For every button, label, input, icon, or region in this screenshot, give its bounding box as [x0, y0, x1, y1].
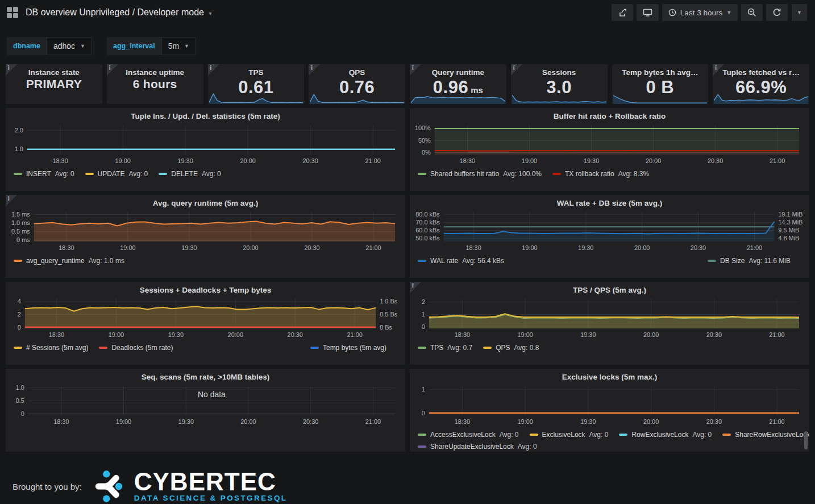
legend-item[interactable]: Temp bytes (5m avg): [310, 344, 386, 352]
zoom-out-button[interactable]: [741, 4, 763, 21]
share-button[interactable]: [612, 4, 633, 21]
grafana-logo-button[interactable]: [7, 7, 18, 18]
svg-text:0 ms: 0 ms: [16, 236, 30, 243]
info-icon[interactable]: i: [6, 64, 17, 76]
info-icon[interactable]: i: [410, 282, 421, 293]
svg-text:0: 0: [18, 324, 21, 331]
legend: avg_query_runtimeAvg: 1.0 ms: [9, 254, 402, 265]
panel-title[interactable]: WAL rate + DB size (5m avg.): [413, 197, 806, 210]
legend-item[interactable]: QPSAvg: 0.8: [483, 344, 539, 352]
svg-text:21:00: 21:00: [365, 418, 381, 425]
cybertec-logo: CYBERTEC DATA SCIENCE & POSTGRESQL: [93, 469, 288, 504]
svg-text:20:30: 20:30: [288, 331, 303, 338]
legend-item[interactable]: UPDATEAvg: 0: [85, 170, 148, 178]
legend-scrollbar[interactable]: [804, 431, 808, 449]
time-range-picker[interactable]: Last 3 hours ▼: [662, 4, 738, 21]
panel-title[interactable]: Exclusive locks (5m max.): [413, 370, 806, 384]
stat-title[interactable]: QPS: [309, 68, 405, 77]
variable-dbname[interactable]: dbname adhoc ▼: [7, 37, 92, 55]
legend: TPSAvg: 0.7QPSAvg: 0.8: [413, 341, 806, 352]
info-icon[interactable]: i: [511, 64, 522, 76]
svg-text:21:00: 21:00: [747, 244, 762, 251]
dashboard-title-dropdown[interactable]: DB overview Unprivileged / Developer mod…: [26, 7, 211, 18]
svg-text:19:30: 19:30: [578, 244, 593, 251]
info-icon[interactable]: i: [208, 64, 219, 76]
legend-item[interactable]: Deadlocks (5m rate): [99, 344, 173, 352]
stat-title[interactable]: Instance uptime: [107, 68, 203, 77]
svg-text:20:30: 20:30: [304, 244, 319, 251]
brand-tagline: DATA SCIENCE & POSTGRESQL: [134, 494, 288, 502]
refresh-interval-dropdown[interactable]: ▼: [792, 4, 807, 21]
svg-text:20:00: 20:00: [240, 157, 255, 164]
panel-tuple-statistics: Tuple Ins. / Upd. / Del. statistics (5m …: [6, 108, 405, 191]
panel-title[interactable]: Avg. query runtime (5m avg.): [9, 197, 402, 210]
stat-title[interactable]: TPS: [208, 68, 305, 77]
stat-title[interactable]: Tuples fetched vs r…: [713, 68, 809, 77]
svg-text:21:00: 21:00: [365, 244, 381, 251]
logo-square: [13, 7, 18, 12]
legend-item[interactable]: Shared buffers hit ratioAvg: 100.0%: [418, 170, 542, 178]
logo-square: [7, 7, 12, 12]
svg-text:18:30: 18:30: [460, 157, 475, 164]
variable-value: 5m: [168, 41, 179, 51]
panel-title[interactable]: Seq. scans (5m rate, >10MB tables): [9, 370, 402, 384]
info-icon[interactable]: i: [410, 64, 421, 76]
stat-panel-tps: i TPS 0.61: [208, 64, 305, 104]
legend-item[interactable]: TX rollback ratioAvg: 8.3%: [552, 170, 649, 178]
legend-item[interactable]: DELETEAvg: 0: [159, 170, 221, 178]
legend-item[interactable]: ShareUpdateExclusiveLockAvg: 0: [418, 443, 537, 451]
panel-title[interactable]: Tuple Ins. / Upd. / Del. statistics (5m …: [9, 110, 402, 123]
svg-text:0.5: 0.5: [16, 397, 24, 404]
info-icon[interactable]: i: [309, 64, 320, 76]
stat-value: 3.0: [546, 77, 572, 97]
svg-text:21:00: 21:00: [769, 418, 784, 425]
svg-text:20:00: 20:00: [228, 331, 243, 338]
legend: WAL rateAvg: 56.4 kBsDB SizeAvg: 11.6 Mi…: [413, 254, 806, 265]
svg-text:18:30: 18:30: [455, 331, 470, 338]
legend-item[interactable]: ExclusiveLockAvg: 0: [530, 431, 609, 439]
svg-text:60.0 kBs: 60.0 kBs: [415, 227, 440, 234]
variable-value-dropdown[interactable]: 5m ▼: [161, 37, 196, 55]
tv-mode-button[interactable]: [637, 4, 659, 21]
stat-title[interactable]: Sessions: [511, 68, 608, 77]
legend-item[interactable]: # Sessions (5m avg): [14, 344, 88, 352]
avg-query-runtime-chart: 0 ms0.5 ms1.0 ms1.5 ms18:3019:0019:3020:…: [9, 210, 402, 254]
variable-label: dbname: [7, 37, 47, 55]
variable-agg-interval[interactable]: agg_interval 5m ▼: [107, 37, 196, 55]
legend-item[interactable]: DB SizeAvg: 11.6 MiB: [708, 257, 791, 265]
variable-value-dropdown[interactable]: adhoc ▼: [47, 37, 92, 55]
svg-text:21:00: 21:00: [347, 331, 363, 338]
svg-text:20:30: 20:30: [303, 157, 318, 164]
legend-item[interactable]: RowExclusiveLockAvg: 0: [619, 431, 712, 439]
svg-text:2: 2: [18, 311, 21, 318]
share-icon: [618, 8, 627, 17]
stat-title[interactable]: Query runtime: [410, 68, 506, 77]
legend-item[interactable]: INSERTAvg: 0: [14, 170, 74, 178]
refresh-button[interactable]: [766, 4, 788, 21]
panel-seq-scans: Seq. scans (5m rate, >10MB tables) 00.51…: [6, 369, 405, 452]
svg-text:50%: 50%: [418, 137, 431, 144]
stat-title[interactable]: Instance state: [6, 68, 102, 77]
svg-text:0: 0: [21, 410, 24, 417]
legend-item[interactable]: avg_query_runtimeAvg: 1.0 ms: [14, 257, 124, 265]
svg-text:0: 0: [422, 410, 425, 416]
legend-item[interactable]: ShareRowExclusiveLockAvg: 0: [722, 431, 809, 439]
svg-text:18:30: 18:30: [52, 157, 68, 164]
panel-title[interactable]: TPS / QPS (5m avg.): [413, 284, 806, 297]
top-nav: DB overview Unprivileged / Developer mod…: [0, 0, 815, 25]
svg-text:20:00: 20:00: [643, 418, 659, 425]
info-icon[interactable]: i: [6, 195, 17, 206]
svg-text:2.0: 2.0: [15, 127, 23, 134]
panel-title[interactable]: Buffer hit ratio + Rollback ratio: [413, 110, 806, 123]
svg-text:4.8 MiB: 4.8 MiB: [778, 235, 799, 241]
tps-qps-chart: 01218:3019:0019:3020:0020:3021:00: [413, 297, 806, 341]
legend-item[interactable]: TPSAvg: 0.7: [418, 344, 472, 352]
legend-item[interactable]: WAL rateAvg: 56.4 kBs: [418, 257, 504, 265]
stat-title[interactable]: Temp bytes 1h avg…: [612, 68, 709, 77]
info-icon[interactable]: i: [107, 64, 118, 76]
svg-text:19:00: 19:00: [115, 157, 130, 164]
svg-text:100%: 100%: [415, 124, 431, 131]
info-icon[interactable]: i: [713, 64, 724, 76]
legend-item[interactable]: AccessExclusiveLockAvg: 0: [418, 431, 519, 439]
panel-title[interactable]: Sessions + Deadlocks + Temp bytes: [9, 284, 402, 297]
